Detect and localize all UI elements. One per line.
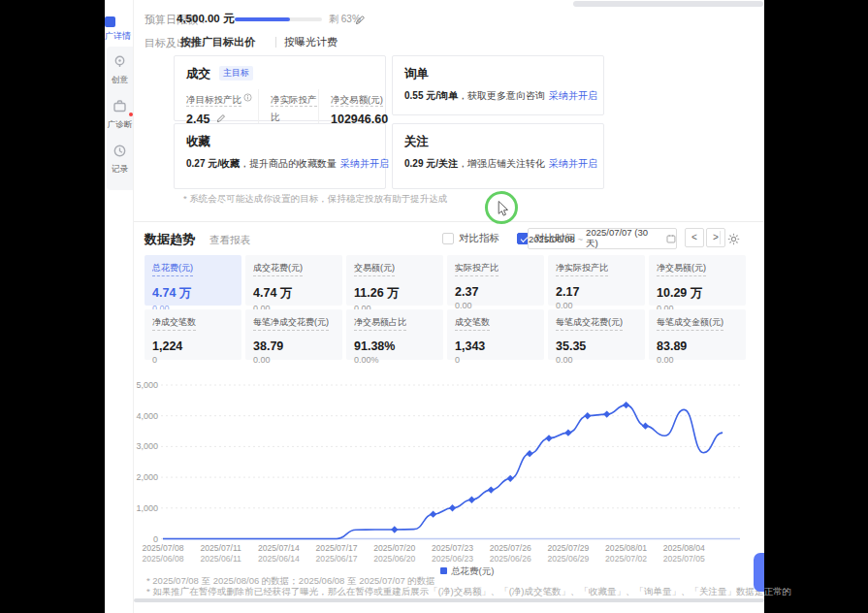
- metric-card-value: 4.74 万: [152, 285, 234, 302]
- metric-card-3[interactable]: 实际投产比2.370.00: [447, 255, 544, 306]
- trend-chart-area[interactable]: 01,0002,0003,0004,0005,0002025/07/082025…: [134, 376, 764, 582]
- briefcase-icon: [113, 99, 127, 113]
- net-gmv-label: 净交易额(元): [331, 94, 383, 107]
- sidebar-panel: 创意 广诊断 记录: [107, 47, 133, 190]
- sidebar-active-badge[interactable]: [105, 16, 115, 27]
- calendar-icon: [666, 234, 676, 243]
- date-range-separator: ~: [578, 234, 584, 244]
- sidebar-item-promo-detail[interactable]: 广详情: [105, 30, 133, 43]
- metric-card-value: 91.38%: [354, 339, 435, 353]
- compare-metric-toggle[interactable]: 对比指标: [442, 232, 499, 245]
- history-clock-icon: [113, 144, 127, 158]
- metric-card-1[interactable]: 成交花费(元)4.74 万0.00: [245, 255, 342, 306]
- date-range-input[interactable]: 2025/06/08 ~ 2025/07/07 (30天): [528, 228, 677, 249]
- follow-desc: ，增强店铺关注转化: [458, 158, 545, 169]
- tab-bid-by-goal[interactable]: 按推广目标出价: [180, 35, 255, 49]
- edit-pencil-icon[interactable]: [216, 113, 226, 123]
- metric-card-label: 净实际投产比: [556, 262, 608, 276]
- next-period-button[interactable]: >: [706, 228, 725, 247]
- metric-card-8[interactable]: 净交易额占比91.38%0.00%: [346, 309, 443, 360]
- metric-card-value: 35.35: [556, 339, 637, 353]
- metric-card-5[interactable]: 净交易额(元)10.29 万0.00: [649, 255, 746, 306]
- budget-edit-pencil-icon[interactable]: [355, 12, 366, 29]
- svg-text:2025/07/26: 2025/07/26: [490, 543, 531, 553]
- metric-card-label: 净成交笔数: [152, 316, 196, 331]
- metric-card-compare-value: 0: [152, 355, 234, 365]
- horizontal-scrollbar-top[interactable]: [573, 1, 763, 7]
- metric-card-6[interactable]: 净成交笔数1,2240: [145, 309, 241, 360]
- metric-card-4[interactable]: 净实际投产比2.170.00: [548, 255, 645, 306]
- info-icon[interactable]: [243, 93, 252, 102]
- goal-card-favorite-title: 收藏: [186, 134, 210, 150]
- metric-card-2[interactable]: 交易额(元)11.26 万0.00: [346, 255, 443, 306]
- svg-text:2025/06/23: 2025/06/23: [432, 554, 473, 564]
- metric-card-value: 1,224: [152, 339, 234, 353]
- metric-card-label: 成交笔数: [455, 316, 490, 331]
- compare-metric-checkbox[interactable]: [442, 233, 454, 244]
- main-goal-badge: 主目标: [219, 66, 253, 81]
- metric-card-10[interactable]: 每笔成交花费(元)35.350.00: [548, 309, 645, 360]
- sidebar-item-diagnosis[interactable]: 广诊断: [107, 99, 133, 131]
- goal-card-inquiry: 询单 0.55 元/询单，获取更多意向咨询采纳并开启: [392, 55, 604, 115]
- metric-card-0[interactable]: 总花费(元)4.74 万0.00: [145, 255, 241, 306]
- metric-card-label: 净交易额(元): [657, 262, 706, 276]
- metric-card-compare-value: 0.00: [657, 355, 738, 365]
- view-report-link[interactable]: 查看报表: [209, 234, 250, 247]
- inquiry-desc: ，获取更多意向咨询: [458, 90, 545, 101]
- svg-text:2025/06/08: 2025/06/08: [142, 554, 183, 564]
- metric-card-value: 1,343: [455, 339, 536, 353]
- date-range-end: 2025/07/07 (30天): [586, 227, 659, 250]
- svg-text:2025/06/29: 2025/06/29: [547, 554, 589, 564]
- horizontal-scrollbar-bottom[interactable]: [134, 598, 764, 602]
- sidebar-item-history[interactable]: 记录: [107, 144, 133, 176]
- controls-separator: [720, 231, 721, 244]
- metric-card-label: 成交花费(元): [253, 262, 303, 276]
- budget-amount: 4,500.00 元: [177, 12, 234, 26]
- mouse-cursor-icon: [498, 201, 509, 216]
- metric-card-value: 4.74 万: [253, 285, 335, 302]
- svg-text:2,000: 2,000: [136, 472, 158, 482]
- svg-text:2025/06/14: 2025/06/14: [258, 554, 300, 564]
- budget-progress-fill: [235, 17, 290, 21]
- svg-text:2025/06/11: 2025/06/11: [201, 554, 242, 564]
- screen-background: 广详情 创意 广诊断: [0, 0, 868, 613]
- metric-card-value: 2.37: [455, 285, 536, 299]
- trend-chart[interactable]: 01,0002,0003,0004,0005,0002025/07/082025…: [134, 376, 764, 582]
- metric-card-11[interactable]: 每笔成交金额(元)83.890.00: [649, 309, 746, 360]
- chart-settings-gear-icon[interactable]: [727, 232, 740, 249]
- follow-adopt-link[interactable]: 采纳并开启: [549, 158, 597, 169]
- net-actual-roi-label: 净实际投产比: [271, 94, 317, 124]
- metric-card-label: 每笔净成交花费(元): [253, 316, 329, 331]
- svg-text:1,000: 1,000: [136, 503, 158, 513]
- favorite-desc: ，提升商品的收藏数量: [240, 158, 337, 169]
- sidebar-item-creative[interactable]: 创意: [107, 54, 133, 86]
- main-panel: 预算日限额： 4,500.00 元 剩 63% 目标及出价： 按推广目标出价 按…: [133, 0, 764, 613]
- svg-text:2025/07/11: 2025/07/11: [201, 543, 242, 553]
- section-divider: [134, 221, 764, 222]
- svg-text:2025/07/14: 2025/07/14: [258, 543, 300, 553]
- svg-text:2025/07/05: 2025/07/05: [663, 554, 705, 564]
- follow-price: 0.29 元/关注: [404, 158, 458, 169]
- svg-text:2025/06/26: 2025/06/26: [490, 554, 531, 564]
- metric-card-compare-value: 0.00: [253, 355, 335, 365]
- metric-card-label: 每笔成交金额(元): [657, 316, 723, 331]
- metric-card-7[interactable]: 每笔净成交花费(元)38.790.00: [245, 309, 342, 360]
- prev-period-button[interactable]: <: [685, 228, 704, 247]
- goal-card-follow-title: 关注: [404, 134, 429, 150]
- goal-card-deal: 成交 主目标 净目标投产比 2.45 净实际投产比 2.17 净交易额(元) 1…: [174, 55, 386, 121]
- inquiry-adopt-link[interactable]: 采纳并开启: [549, 90, 597, 101]
- metric-card-label: 净交易额占比: [354, 316, 406, 331]
- floating-action-pill[interactable]: [754, 553, 764, 592]
- goal-card-inquiry-title: 询单: [404, 66, 429, 82]
- cursor-click-indicator: [485, 191, 518, 224]
- tab-bid-by-exposure[interactable]: 按曝光计费: [284, 35, 338, 49]
- svg-text:总花费(元): 总花费(元): [451, 565, 494, 576]
- metric-card-label: 实际投产比: [455, 262, 498, 276]
- favorite-adopt-link[interactable]: 采纳并开启: [340, 158, 389, 169]
- svg-text:5,000: 5,000: [136, 380, 158, 390]
- goal-card-deal-title: 成交: [186, 66, 210, 82]
- inquiry-price: 0.55 元/询单: [404, 90, 458, 101]
- metric-card-9[interactable]: 成交笔数1,3430: [447, 309, 544, 360]
- chart-footnote-2: * 如果推广在暂停或删除前已经获得了曝光，那么在暂停或重建后展示「(净)交易额」…: [146, 586, 791, 598]
- metric-card-compare-value: 0.00: [556, 355, 637, 365]
